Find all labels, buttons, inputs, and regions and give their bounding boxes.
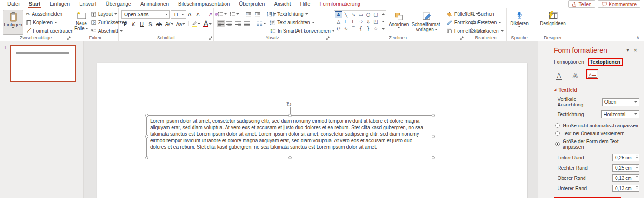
shape-elbow-connector-icon[interactable]: Γ	[342, 18, 350, 25]
copy-button[interactable]: Kopieren	[24, 18, 75, 26]
pane-close-icon[interactable]: ×	[631, 46, 639, 53]
dictate-button[interactable]: Diktieren	[509, 9, 530, 27]
resize-handle-middle-left[interactable]	[145, 135, 148, 138]
shapes-scroll-down[interactable]	[380, 18, 386, 26]
tab-ueberpruefen[interactable]: Überprüfen	[234, 0, 269, 7]
align-left-button[interactable]	[217, 20, 225, 27]
convert-smartart-button[interactable]: In SmartArt konvertieren	[269, 26, 337, 35]
slide[interactable]: ↻ Lorem ipsum dolor sit amet, consetetur…	[97, 63, 527, 198]
shape-down-arrow-icon[interactable]: ⇩	[365, 18, 372, 25]
shapes-more-button[interactable]	[380, 25, 386, 33]
resize-handle-top-right[interactable]	[432, 114, 435, 117]
change-case-button[interactable]: Aa	[175, 20, 186, 28]
bullets-button[interactable]	[217, 10, 228, 18]
resize-handle-middle-right[interactable]	[432, 135, 435, 138]
shrink-font-button[interactable]: A	[195, 11, 203, 19]
strikethrough-button[interactable]: ab	[155, 20, 163, 28]
find-button[interactable]: Suchen	[469, 10, 505, 18]
textbox-section-header[interactable]: ◢ Textfeld	[554, 87, 639, 92]
tab-formformatierung[interactable]: Formformatierung	[315, 0, 365, 7]
columns-button[interactable]	[256, 20, 267, 27]
selected-textbox[interactable]: ↻ Lorem ipsum dolor sit amet, consetetur…	[146, 115, 433, 158]
shape-text-box-icon[interactable]: A	[335, 11, 342, 18]
pane-options-icon[interactable]: ▾	[624, 47, 631, 53]
text-effects-icon[interactable]	[570, 72, 580, 79]
shape-right-arrow-icon[interactable]: ⇨	[357, 18, 365, 25]
radio-shrink-on-overflow[interactable]: Text bei Überlauf verkleinern	[555, 131, 639, 136]
textbox-text[interactable]: Lorem ipsum dolor sit amet, consetetur s…	[147, 116, 433, 152]
pane-tab-text-options[interactable]: Textoptionen	[589, 59, 622, 65]
quick-styles-button[interactable]: Schnellformat- vorlagen	[410, 10, 443, 32]
paste-dropdown-arrow[interactable]	[12, 27, 14, 29]
shape-oval-icon[interactable]: ○	[365, 11, 372, 18]
shape-triangle-icon[interactable]: △	[335, 18, 342, 25]
text-shadow-button[interactable]: S	[146, 20, 154, 28]
radio-no-autofit[interactable]: Größe nicht automatisch anpassen	[555, 123, 639, 128]
grow-font-button[interactable]: A	[187, 11, 194, 19]
cut-button[interactable]: ✂ Ausschneiden	[24, 10, 75, 18]
left-margin-input[interactable]: 0,25 cm	[612, 154, 639, 161]
new-slide-button[interactable]: Neue Folie	[73, 9, 90, 31]
increase-indent-button[interactable]	[253, 10, 261, 18]
tab-ansicht[interactable]: Ansicht	[269, 0, 295, 7]
paste-button[interactable]: Einfügen	[3, 10, 23, 35]
font-dialog-launcher-icon[interactable]	[209, 36, 212, 40]
decrease-indent-button[interactable]	[245, 10, 252, 18]
shapes-scroll-up[interactable]	[380, 11, 386, 18]
slide-canvas[interactable]: ↻ Lorem ipsum dolor sit amet, consetetur…	[84, 41, 538, 198]
collapse-ribbon-icon[interactable]: ∧	[637, 35, 639, 40]
underline-button[interactable]: U	[138, 20, 146, 28]
align-text-button[interactable]: Text ausrichten	[269, 18, 337, 26]
shape-elbow-arrow-connector-icon[interactable]: L	[350, 18, 357, 25]
top-margin-input[interactable]: 0,13 cm	[612, 174, 639, 182]
shape-line-arrow-icon[interactable]: ↘	[350, 11, 357, 18]
tab-entwurf[interactable]: Entwurf	[74, 0, 101, 7]
font-size-select[interactable]: 11	[171, 10, 186, 19]
align-center-button[interactable]	[226, 20, 233, 27]
resize-handle-top-center[interactable]	[288, 114, 292, 117]
numbering-button[interactable]	[229, 10, 240, 18]
right-margin-input[interactable]: 0,25 cm	[612, 164, 639, 172]
arrange-button[interactable]: Anordnen	[387, 10, 410, 28]
format-painter-button[interactable]: Format übertragen	[24, 26, 75, 35]
shape-star-icon[interactable]: ☆	[372, 25, 379, 32]
drawing-dialog-launcher-icon[interactable]	[460, 36, 464, 40]
align-right-button[interactable]	[234, 20, 242, 27]
spinner-arrows[interactable]	[636, 175, 638, 179]
resize-handle-top-left[interactable]	[145, 114, 148, 117]
tab-start[interactable]: Start	[24, 0, 45, 7]
font-name-select[interactable]: Open Sans	[121, 10, 170, 19]
spinner-arrows[interactable]	[636, 165, 638, 169]
radio-resize-shape-to-text[interactable]: Größe der Form dem Text anpassen	[555, 139, 639, 150]
character-spacing-button[interactable]: AV	[164, 20, 174, 28]
shape-left-brace-icon[interactable]: {	[357, 25, 365, 32]
rotate-handle-icon[interactable]: ↻	[286, 100, 292, 108]
shape-snip-corner-rectangle-icon[interactable]: ◳	[372, 18, 379, 25]
share-button[interactable]: Teilen	[568, 0, 595, 8]
tab-einfuegen[interactable]: Einfügen	[45, 0, 74, 7]
tab-datei[interactable]: Datei	[3, 0, 24, 7]
tab-bildschirmpraesentation[interactable]: Bildschirmpräsentation	[173, 0, 234, 7]
shape-curve-icon[interactable]: ∿	[342, 25, 350, 32]
shape-arc-icon[interactable]: ⌒	[350, 25, 357, 32]
pane-tab-shape-options[interactable]: Formoptionen	[554, 59, 584, 65]
vertical-alignment-select[interactable]: Oben	[602, 98, 639, 106]
textbox-options-icon[interactable]: A	[588, 71, 597, 78]
shape-right-brace-icon[interactable]: }	[365, 25, 372, 32]
tab-uebergaenge[interactable]: Übergänge	[101, 0, 135, 7]
shape-rectangle-icon[interactable]: ▭	[357, 11, 365, 18]
highlight-color-button[interactable]	[191, 20, 201, 28]
tab-animationen[interactable]: Animationen	[136, 0, 173, 7]
clipboard-dialog-launcher-icon[interactable]	[67, 36, 71, 40]
bottom-margin-input[interactable]: 0,13 cm	[612, 185, 639, 192]
text-fill-outline-icon[interactable]	[554, 72, 564, 79]
shape-line-icon[interactable]: ╲	[342, 11, 350, 18]
design-ideas-button[interactable]: Designideen	[538, 9, 567, 26]
spinner-arrows[interactable]	[636, 155, 638, 158]
justify-button[interactable]	[243, 20, 251, 27]
comments-button[interactable]: Kommentare	[598, 0, 640, 8]
resize-handle-bottom-center[interactable]	[288, 156, 292, 159]
replace-button[interactable]: Ersetzen	[469, 18, 505, 26]
text-direction-button[interactable]: Textrichtung	[269, 10, 337, 18]
slide-thumbnail[interactable]	[10, 45, 76, 82]
